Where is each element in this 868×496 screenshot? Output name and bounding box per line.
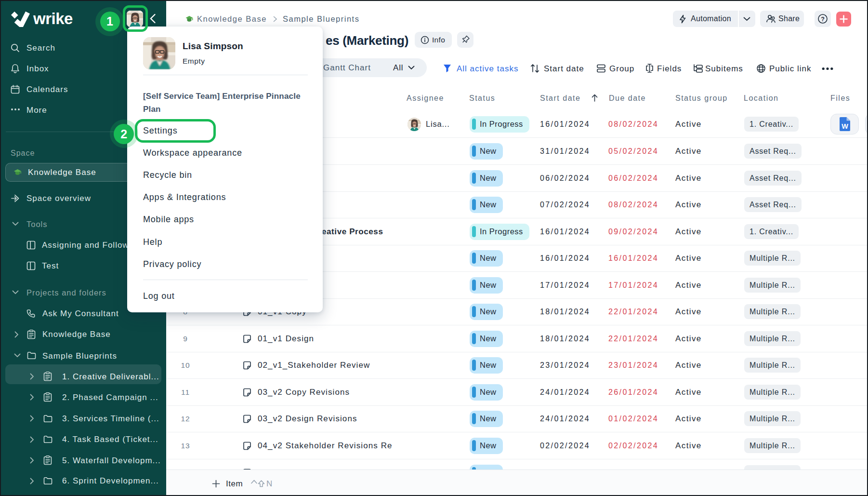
svg-text:?: ? [821,16,825,23]
svg-text:W: W [842,122,848,130]
svg-text:wrike: wrike [33,10,73,27]
